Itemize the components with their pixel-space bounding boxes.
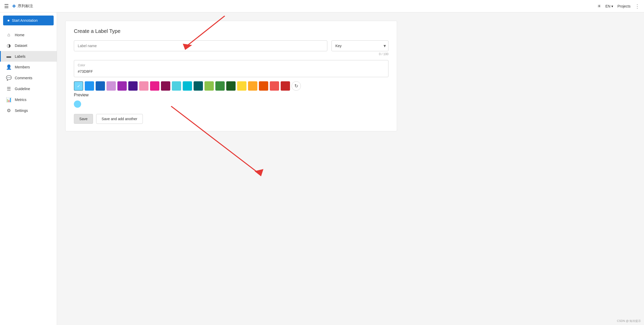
save-button[interactable]: Save <box>74 114 93 124</box>
form-actions: Save Save and add another <box>74 114 388 124</box>
labels-icon: ▬ <box>6 54 12 59</box>
settings-icon: ⚙ <box>6 108 12 113</box>
projects-link[interactable]: Projects <box>617 4 631 8</box>
color-swatch-5[interactable] <box>128 81 138 91</box>
sidebar-nav: ⌂ Home ◑ Dataset ▬ Labels 👤 Members 💬 Co… <box>0 30 57 116</box>
color-swatch-13[interactable] <box>215 81 225 91</box>
color-swatch-15[interactable] <box>237 81 246 91</box>
sidebar-item-label: Guideline <box>15 87 30 91</box>
main-content: Create a Label Type Key ▾ 0 / 100 Color … <box>57 12 644 325</box>
members-icon: 👤 <box>6 64 12 70</box>
color-swatch-11[interactable] <box>194 81 203 91</box>
color-swatch-19[interactable] <box>281 81 290 91</box>
save-and-add-another-button[interactable]: Save and add another <box>96 114 143 124</box>
color-section-label: Color <box>78 63 385 67</box>
color-refresh-button[interactable]: ↻ <box>292 81 301 91</box>
color-swatches: ✓ ↻ <box>74 81 388 91</box>
color-swatch-1[interactable] <box>85 81 94 91</box>
logo-icon: ❖ <box>12 3 16 9</box>
sidebar-item-label: Members <box>15 65 30 69</box>
color-swatch-9[interactable] <box>172 81 181 91</box>
color-swatch-7[interactable] <box>150 81 159 91</box>
preview-color-dot <box>74 100 81 108</box>
color-swatch-18[interactable] <box>270 81 279 91</box>
sidebar-item-label: Home <box>15 33 24 37</box>
start-annotation-button[interactable]: ● Start Annotation <box>3 16 54 25</box>
sidebar-item-label: Metrics <box>15 98 26 102</box>
start-annotation-label: Start Annotation <box>12 18 38 23</box>
color-swatch-3[interactable] <box>107 81 116 91</box>
key-select-wrapper: Key ▾ <box>331 40 388 51</box>
sidebar: ● Start Annotation ⌂ Home ◑ Dataset ▬ La… <box>0 12 57 325</box>
preview-label: Preview <box>74 93 388 97</box>
color-swatch-6[interactable] <box>139 81 148 91</box>
color-swatch-12[interactable] <box>204 81 214 91</box>
color-swatch-14[interactable] <box>226 81 236 91</box>
create-label-form: Create a Label Type Key ▾ 0 / 100 Color … <box>65 21 397 131</box>
color-hex-input[interactable]: #73D8FF <box>78 69 385 74</box>
comments-icon: 💬 <box>6 75 12 81</box>
sidebar-item-settings[interactable]: ⚙ Settings <box>0 105 57 116</box>
form-title: Create a Label Type <box>74 28 388 34</box>
color-swatch-0[interactable]: ✓ <box>74 81 83 91</box>
topbar-left: ☰ ❖ 序列标注 <box>4 3 33 9</box>
language-label: EN <box>605 4 610 8</box>
sidebar-item-comments[interactable]: 💬 Comments <box>0 73 57 83</box>
theme-toggle-icon[interactable]: ☀ <box>597 3 601 9</box>
metrics-icon: 📊 <box>6 97 12 103</box>
language-selector[interactable]: EN ▾ <box>605 4 613 8</box>
sidebar-item-guideline[interactable]: ☰ Guideline <box>0 83 57 94</box>
color-swatch-2[interactable] <box>96 81 105 91</box>
color-swatch-8[interactable] <box>161 81 170 91</box>
color-swatch-17[interactable] <box>259 81 268 91</box>
guideline-icon: ☰ <box>6 86 12 92</box>
app-logo: ❖ 序列标注 <box>12 3 33 9</box>
color-swatch-4[interactable] <box>117 81 127 91</box>
label-name-input[interactable] <box>74 40 327 51</box>
app-title: 序列标注 <box>18 4 33 9</box>
more-options-icon[interactable]: ⋮ <box>635 3 640 9</box>
key-select[interactable]: Key <box>331 40 388 51</box>
sidebar-item-members[interactable]: 👤 Members <box>0 62 57 73</box>
sidebar-item-label: Settings <box>15 109 28 113</box>
svg-marker-3 <box>254 169 263 176</box>
menu-icon[interactable]: ☰ <box>4 3 9 9</box>
topbar-right: ☀ EN ▾ Projects ⋮ <box>597 3 640 9</box>
main-layout: ● Start Annotation ⌂ Home ◑ Dataset ▬ La… <box>0 12 644 325</box>
sidebar-item-labels[interactable]: ▬ Labels <box>0 51 57 62</box>
sidebar-item-label: Dataset <box>15 44 27 48</box>
home-icon: ⌂ <box>6 32 12 38</box>
language-arrow-icon: ▾ <box>611 4 613 8</box>
name-key-row: Key ▾ <box>74 40 388 51</box>
char-count: 0 / 100 <box>74 52 388 56</box>
dataset-icon: ◑ <box>6 43 12 48</box>
sidebar-item-label: Comments <box>15 76 32 80</box>
topbar: ☰ ❖ 序列标注 ☀ EN ▾ Projects ⋮ <box>0 0 644 12</box>
color-swatch-16[interactable] <box>248 81 257 91</box>
sidebar-item-label: Labels <box>15 54 25 59</box>
start-annotation-icon: ● <box>7 18 10 23</box>
color-swatch-10[interactable] <box>183 81 192 91</box>
sidebar-item-home[interactable]: ⌂ Home <box>0 30 57 40</box>
sidebar-item-metrics[interactable]: 📊 Metrics <box>0 94 57 105</box>
color-section: Color #73D8FF <box>74 60 388 77</box>
watermark: CSDN @·知冷提示 <box>617 319 641 323</box>
sidebar-item-dataset[interactable]: ◑ Dataset <box>0 40 57 51</box>
